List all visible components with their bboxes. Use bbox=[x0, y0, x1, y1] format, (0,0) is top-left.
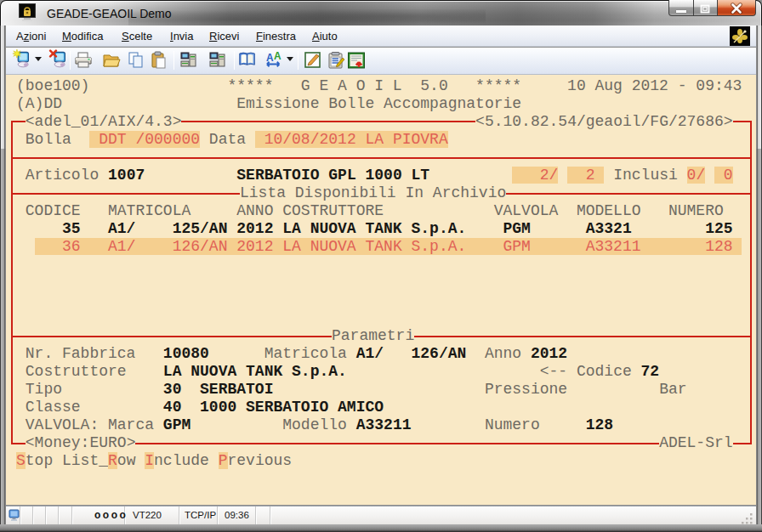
svg-text:A: A bbox=[266, 52, 274, 64]
svg-text:A: A bbox=[274, 50, 281, 62]
